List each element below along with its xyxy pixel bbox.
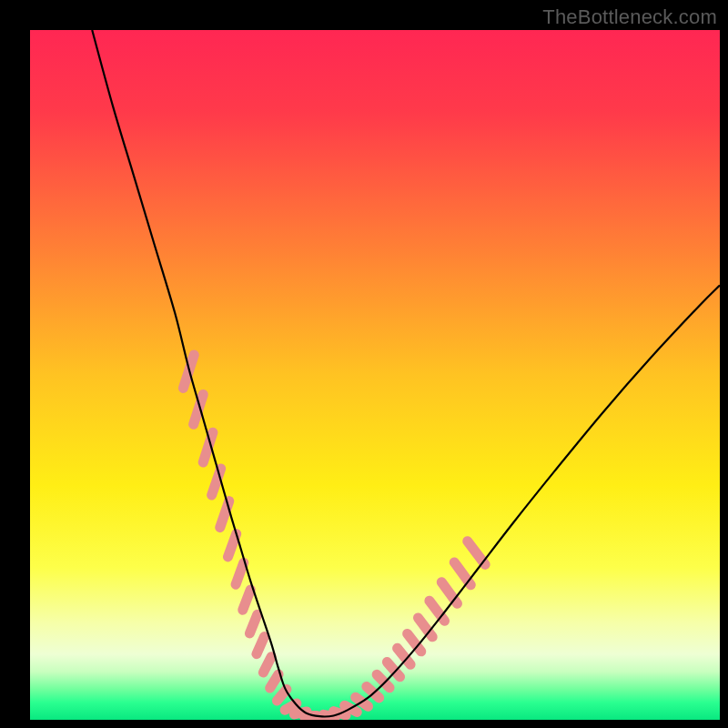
chart-frame: TheBottleneck.com — [0, 0, 728, 728]
watermark-text: TheBottleneck.com — [542, 5, 717, 29]
plot-svg — [30, 30, 720, 720]
plot-area — [30, 30, 720, 720]
gradient-background — [30, 30, 720, 720]
